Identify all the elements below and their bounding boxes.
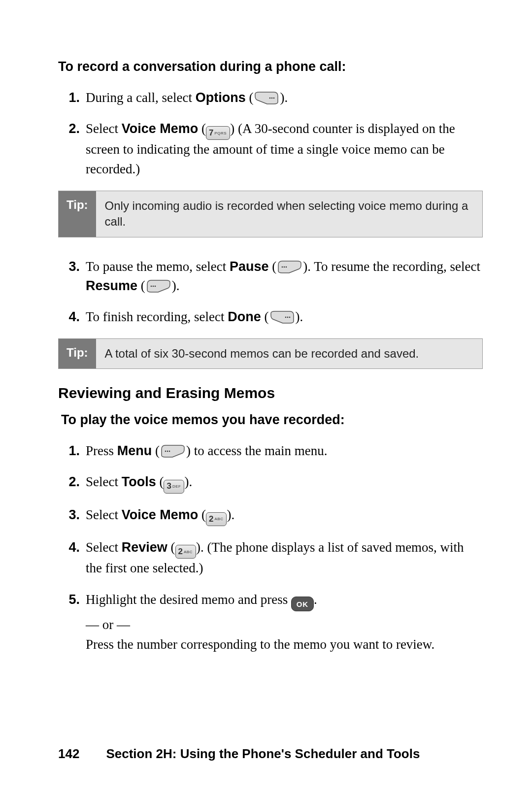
step-3: 3. To pause the memo, select Pause (). T…: [83, 257, 483, 296]
tip-body: A total of six 30-second memos can be re…: [96, 339, 482, 368]
options-label: Options: [196, 90, 246, 105]
tip-label: Tip:: [59, 339, 96, 368]
manual-page: To record a conversation during a phone …: [0, 0, 532, 798]
done-label: Done: [228, 309, 261, 324]
step-4: 4. To finish recording, select Done ().: [83, 307, 483, 327]
menu-label: Menu: [117, 443, 152, 458]
review-label: Review: [122, 540, 167, 555]
left-softkey-icon: [161, 444, 185, 458]
voice-memo-label: Voice Memo: [122, 507, 199, 522]
step-number: 1.: [60, 441, 80, 461]
step-4: 4. Select Review (2ABC). (The phone disp…: [83, 538, 483, 578]
step-2: 2. Select Tools (3DEF).: [83, 472, 483, 493]
right-softkey-icon: [270, 310, 295, 324]
page-number: 142: [58, 746, 79, 762]
tip-body: Only incoming audio is recorded when sel…: [96, 191, 482, 237]
tip-box-2: Tip: A total of six 30-second memos can …: [58, 338, 483, 369]
step-5: 5. Highlight the desired memo and press …: [83, 590, 483, 654]
record-intro: To record a conversation during a phone …: [58, 59, 483, 74]
key-2-icon: 2ABC: [175, 545, 196, 559]
resume-label: Resume: [86, 278, 137, 293]
step-number: 1.: [60, 88, 80, 107]
step-1: 1. Press Menu () to access the main menu…: [83, 441, 483, 461]
step-number: 2.: [60, 472, 80, 492]
ok-key-icon: OK: [291, 597, 314, 611]
page-footer: 142 Section 2H: Using the Phone's Schedu…: [58, 746, 483, 762]
reviewing-heading: Reviewing and Erasing Memos: [58, 385, 483, 401]
or-separator: — or —: [86, 615, 483, 634]
key-2-icon: 2ABC: [206, 512, 227, 526]
left-softkey-icon: [146, 279, 171, 293]
step-number: 3.: [60, 257, 80, 276]
step-alt-text: Press the number corresponding to the me…: [86, 635, 483, 654]
key-7-icon: 7PQRS: [206, 126, 230, 140]
section-title: Section 2H: Using the Phone's Scheduler …: [106, 746, 420, 762]
play-steps: 1. Press Menu () to access the main menu…: [58, 441, 483, 654]
step-3: 3. Select Voice Memo (2ABC).: [83, 505, 483, 526]
step-1: 1. During a call, select Options ().: [83, 88, 483, 107]
record-steps: 1. During a call, select Options (). 2. …: [58, 88, 483, 179]
step-number: 4.: [60, 538, 80, 557]
play-intro: To play the voice memos you have recorde…: [61, 412, 483, 428]
left-softkey-icon: [277, 260, 302, 274]
right-softkey-icon: [254, 91, 279, 105]
step-number: 3.: [60, 505, 80, 525]
key-3-icon: 3DEF: [164, 480, 184, 494]
tip-box-1: Tip: Only incoming audio is recorded whe…: [58, 191, 483, 237]
step-text: During a call, select: [86, 90, 196, 105]
tools-label: Tools: [122, 474, 156, 489]
tip-label: Tip:: [59, 191, 96, 237]
step-number: 5.: [60, 590, 80, 609]
pause-label: Pause: [230, 259, 269, 274]
record-steps-contd: 3. To pause the memo, select Pause (). T…: [58, 257, 483, 327]
step-2: 2. Select Voice Memo (7PQRS) (A 30-secon…: [83, 119, 483, 179]
step-number: 4.: [60, 307, 80, 327]
step-number: 2.: [60, 119, 80, 138]
voice-memo-label: Voice Memo: [122, 121, 199, 136]
